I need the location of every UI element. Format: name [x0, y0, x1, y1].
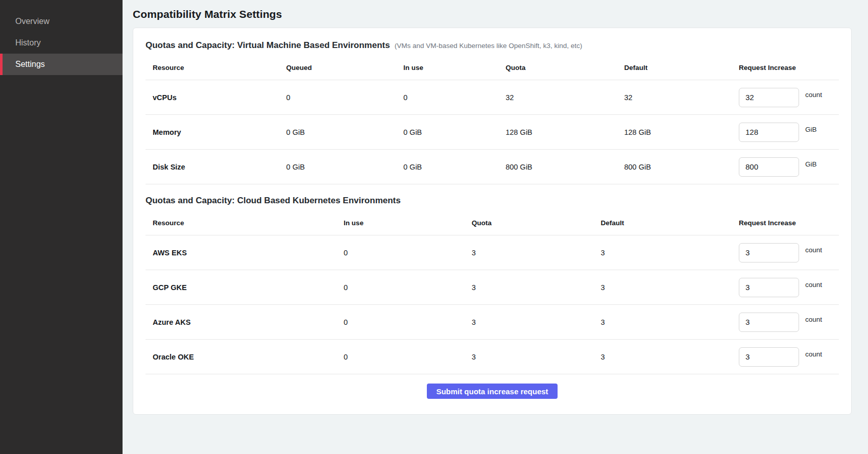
column-header-default: Default: [601, 219, 739, 227]
in-use-value: 0: [344, 283, 472, 292]
default-value: 3: [601, 318, 739, 326]
quota-value: 3: [472, 353, 601, 361]
unit-label: count: [805, 316, 822, 323]
resource-name: vCPUs: [153, 93, 286, 102]
queued-value: 0: [286, 93, 403, 102]
table-row-vcpus: vCPUs 0 0 32 32 count: [146, 80, 839, 115]
sidebar-item-history[interactable]: History: [0, 32, 123, 54]
in-use-value: 0 GiB: [403, 128, 505, 136]
quota-value: 3: [472, 249, 601, 257]
table-row-azure-aks: Azure AKS 0 3 3 count: [146, 305, 839, 340]
aws-eks-request-increase-input[interactable]: [739, 243, 799, 262]
vm-section-note: (VMs and VM-based Kubernetes like OpenSh…: [395, 42, 583, 50]
azure-aks-request-increase-input[interactable]: [739, 313, 799, 332]
sidebar-item-overview[interactable]: Overview: [0, 11, 123, 32]
in-use-value: 0: [403, 93, 505, 102]
card-footer: Submit quota increase request: [146, 374, 839, 407]
sidebar-item-label: Settings: [15, 60, 45, 69]
column-header-in-use: In use: [344, 219, 472, 227]
disk-size-request-increase-input[interactable]: [739, 157, 799, 177]
vm-section-header: Quotas and Capacity: Virtual Machine Bas…: [146, 40, 839, 51]
queued-value: 0 GiB: [286, 128, 403, 136]
cloud-quota-table: Resource In use Quota Default Request In…: [146, 213, 839, 374]
cloud-section-header: Quotas and Capacity: Cloud Based Kuberne…: [146, 196, 839, 206]
column-header-in-use: In use: [403, 64, 505, 71]
vcpus-request-increase-input[interactable]: [739, 88, 799, 107]
default-value: 3: [601, 353, 739, 361]
vm-section-title: Quotas and Capacity: Virtual Machine Bas…: [146, 40, 390, 51]
column-header-default: Default: [624, 64, 739, 71]
resource-name: AWS EKS: [153, 249, 344, 257]
cloud-section-title: Quotas and Capacity: Cloud Based Kuberne…: [146, 196, 401, 206]
page-title: Compatibility Matrix Settings: [133, 8, 852, 20]
quota-value: 3: [472, 318, 601, 326]
column-header-resource: Resource: [153, 219, 344, 227]
column-header-quota: Quota: [505, 64, 624, 71]
unit-label: GiB: [805, 126, 817, 133]
resource-name: Memory: [153, 128, 286, 136]
cloud-table-header: Resource In use Quota Default Request In…: [146, 213, 839, 235]
resource-name: Disk Size: [153, 163, 286, 171]
in-use-value: 0: [344, 249, 472, 257]
in-use-value: 0 GiB: [403, 163, 505, 171]
resource-name: Azure AKS: [153, 318, 344, 326]
resource-name: GCP GKE: [153, 283, 344, 292]
column-header-queued: Queued: [286, 64, 403, 71]
sidebar-item-settings[interactable]: Settings: [0, 54, 123, 75]
submit-quota-increase-button[interactable]: Submit quota increase request: [427, 384, 557, 399]
gcp-gke-request-increase-input[interactable]: [739, 278, 799, 297]
table-row-memory: Memory 0 GiB 0 GiB 128 GiB 128 GiB GiB: [146, 115, 839, 150]
default-value: 3: [601, 249, 739, 257]
default-value: 3: [601, 283, 739, 292]
table-row-disk-size: Disk Size 0 GiB 0 GiB 800 GiB 800 GiB Gi…: [146, 150, 839, 184]
main-content: Compatibility Matrix Settings Quotas and…: [123, 0, 868, 454]
quota-value: 32: [505, 93, 624, 102]
default-value: 32: [624, 93, 739, 102]
default-value: 128 GiB: [624, 128, 739, 136]
column-header-resource: Resource: [153, 64, 286, 71]
sidebar-item-label: History: [15, 38, 41, 47]
resource-name: Oracle OKE: [153, 353, 344, 361]
default-value: 800 GiB: [624, 163, 739, 171]
oracle-oke-request-increase-input[interactable]: [739, 347, 799, 367]
vm-table-header: Resource Queued In use Quota Default Req…: [146, 58, 839, 80]
in-use-value: 0: [344, 318, 472, 326]
unit-label: count: [805, 246, 822, 254]
unit-label: count: [805, 281, 822, 289]
unit-label: count: [805, 350, 822, 358]
in-use-value: 0: [344, 353, 472, 361]
queued-value: 0 GiB: [286, 163, 403, 171]
sidebar-item-label: Overview: [15, 17, 50, 26]
table-row-gcp-gke: GCP GKE 0 3 3 count: [146, 270, 839, 305]
vm-quota-table: Resource Queued In use Quota Default Req…: [146, 58, 839, 184]
table-row-aws-eks: AWS EKS 0 3 3 count: [146, 235, 839, 270]
unit-label: count: [805, 91, 822, 99]
column-header-quota: Quota: [472, 219, 601, 227]
quota-value: 3: [472, 283, 601, 292]
unit-label: GiB: [805, 160, 817, 168]
memory-request-increase-input[interactable]: [739, 123, 799, 142]
quota-settings-card: Quotas and Capacity: Virtual Machine Bas…: [133, 28, 852, 415]
column-header-request-increase: Request Increase: [739, 64, 832, 71]
sidebar: Overview History Settings: [0, 0, 123, 454]
quota-value: 128 GiB: [505, 128, 624, 136]
table-row-oracle-oke: Oracle OKE 0 3 3 count: [146, 340, 839, 374]
column-header-request-increase: Request Increase: [739, 219, 832, 227]
quota-value: 800 GiB: [505, 163, 624, 171]
